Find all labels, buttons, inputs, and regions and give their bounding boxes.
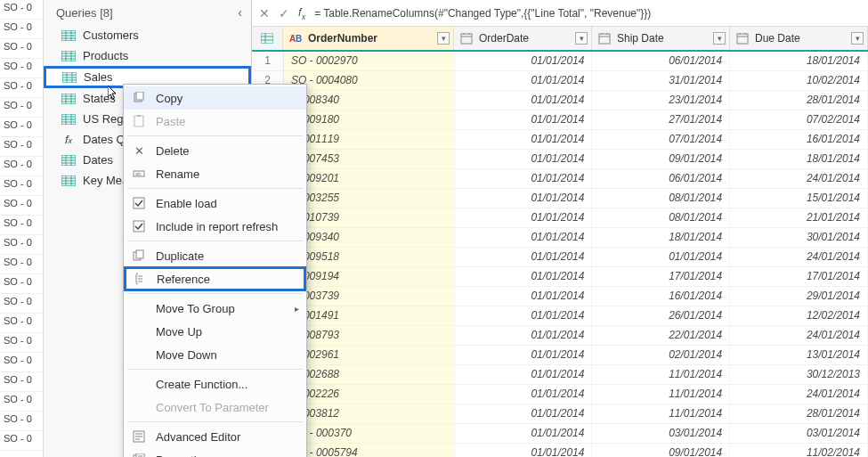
filter-dropdown-icon[interactable]: ▾	[851, 32, 864, 45]
cell-ordernumber[interactable]: - 0007453	[284, 150, 455, 168]
cell-date[interactable]: 15/01/2014	[730, 189, 868, 208]
cell-date[interactable]: 24/01/2014	[730, 326, 868, 345]
table-row[interactable]: - 000149101/01/201426/01/201412/02/2014	[252, 306, 868, 326]
cell-date[interactable]: 17/01/2014	[592, 267, 730, 286]
cell-date[interactable]: 01/01/2014	[455, 385, 593, 404]
cell-date[interactable]: 01/01/2014	[455, 267, 593, 286]
sidebar-item-products[interactable]: Products	[44, 45, 251, 66]
cell-ordernumber[interactable]: SO - 0005794	[284, 444, 455, 457]
filter-dropdown-icon[interactable]: ▾	[713, 32, 726, 45]
table-row[interactable]: - 000918001/01/201427/01/201407/02/2014	[252, 110, 868, 130]
cell-date[interactable]: 12/02/2014	[730, 306, 868, 325]
cell-date[interactable]: 11/01/2014	[592, 404, 730, 423]
cell-date[interactable]: 07/02/2014	[730, 110, 868, 129]
cell-ordernumber[interactable]: - 0009518	[284, 248, 455, 266]
cell-ordernumber[interactable]: - 0002688	[284, 365, 455, 384]
cell-date[interactable]: 28/01/2014	[730, 404, 868, 423]
cell-date[interactable]: 09/01/2014	[592, 444, 730, 457]
rownum-header-icon[interactable]	[252, 27, 283, 50]
table-row[interactable]: - 000919401/01/201417/01/201417/01/2014	[252, 267, 868, 287]
table-row[interactable]: - 000325501/01/201408/01/201415/01/2014	[252, 189, 868, 208]
cell-date[interactable]: 06/01/2014	[592, 52, 730, 70]
table-row[interactable]: - 000834001/01/201423/01/201428/01/2014	[252, 91, 868, 110]
cell-date[interactable]: 30/01/2014	[730, 228, 868, 247]
cell-date[interactable]: 01/01/2014	[455, 189, 593, 208]
cell-ordernumber[interactable]: - 0009340	[284, 228, 455, 247]
table-row[interactable]: - 000373901/01/201416/01/201429/01/2014	[252, 287, 868, 306]
menu-item-create-function[interactable]: Create Function...	[124, 372, 306, 396]
column-header-orderdate[interactable]: OrderDate▾	[454, 27, 592, 50]
table-row[interactable]: 21SO - 000579401/01/201409/01/201411/02/…	[252, 444, 868, 457]
cell-date[interactable]: 29/01/2014	[730, 287, 868, 306]
cell-ordernumber[interactable]: - 0008793	[284, 326, 455, 345]
cell-date[interactable]: 01/01/2014	[455, 248, 593, 266]
menu-item-delete[interactable]: ✕Delete	[124, 139, 306, 162]
cell-date[interactable]: 28/01/2014	[730, 91, 868, 110]
cell-date[interactable]: 01/01/2014	[455, 365, 593, 384]
cell-ordernumber[interactable]: - 0003739	[284, 287, 455, 306]
cell-ordernumber[interactable]: - 0001119	[284, 130, 455, 149]
cell-date[interactable]: 08/01/2014	[592, 189, 730, 208]
menu-item-duplicate[interactable]: Duplicate	[124, 244, 306, 267]
cell-date[interactable]: 01/01/2014	[455, 150, 593, 168]
table-row[interactable]: - 000268801/01/201411/01/201430/12/2013	[252, 365, 868, 385]
sidebar-item-customers[interactable]: Customers	[44, 25, 251, 45]
table-row[interactable]: 1SO - 000297001/01/201406/01/201418/01/2…	[252, 52, 868, 71]
fx-icon[interactable]: fx	[298, 5, 305, 21]
collapse-icon[interactable]: ‹	[238, 5, 242, 20]
cell-date[interactable]: 21/01/2014	[730, 208, 868, 227]
cell-date[interactable]: 24/01/2014	[730, 385, 868, 404]
cell-date[interactable]: 16/01/2014	[730, 130, 868, 149]
cell-date[interactable]: 01/01/2014	[455, 287, 593, 306]
column-header-ship-date[interactable]: Ship Date▾	[592, 27, 730, 50]
cell-date[interactable]: 23/01/2014	[592, 91, 730, 110]
cell-date[interactable]: 01/01/2014	[455, 306, 593, 325]
cell-ordernumber[interactable]: - 0009194	[284, 267, 455, 286]
queries-panel-header[interactable]: Queries [8] ‹	[44, 0, 251, 25]
date-type-icon[interactable]	[597, 32, 612, 45]
cell-date[interactable]: 02/01/2014	[592, 346, 730, 364]
cell-date[interactable]: 01/01/2014	[455, 130, 593, 149]
table-row[interactable]: - 000222601/01/201411/01/201424/01/2014	[252, 385, 868, 404]
cell-date[interactable]: 27/01/2014	[592, 110, 730, 129]
cell-ordernumber[interactable]: - 0002226	[284, 385, 455, 404]
row-number[interactable]: 1	[252, 52, 284, 70]
column-header-due-date[interactable]: Due Date▾	[730, 27, 868, 50]
cell-ordernumber[interactable]: - 0008340	[284, 91, 455, 110]
cell-date[interactable]: 13/01/2014	[730, 346, 868, 364]
table-row[interactable]: - 001073901/01/201408/01/201421/01/2014	[252, 208, 868, 228]
table-row[interactable]: 20SO - 00037001/01/201403/01/201403/01/2…	[252, 424, 868, 444]
table-row[interactable]: - 000951801/01/201401/01/201424/01/2014	[252, 248, 868, 267]
cell-ordernumber[interactable]: - 0009180	[284, 110, 455, 129]
cell-date[interactable]: 03/01/2014	[730, 424, 868, 443]
cell-ordernumber[interactable]: - 0002961	[284, 346, 455, 364]
table-row[interactable]: - 000111901/01/201407/01/201416/01/2014	[252, 130, 868, 150]
cell-ordernumber[interactable]: SO - 0002970	[284, 52, 455, 70]
table-row[interactable]: - 000879301/01/201422/01/201424/01/2014	[252, 326, 868, 346]
cell-date[interactable]: 01/01/2014	[455, 110, 593, 129]
formula-text[interactable]: = Table.RenameColumns(#"Changed Type",{{…	[314, 7, 651, 20]
date-type-icon[interactable]	[735, 32, 750, 45]
formula-cancel-icon[interactable]: ✕	[259, 6, 270, 20]
cell-date[interactable]: 18/01/2014	[730, 150, 868, 168]
cell-date[interactable]: 22/01/2014	[592, 326, 730, 345]
cell-date[interactable]: 18/01/2014	[730, 52, 868, 70]
cell-date[interactable]: 24/01/2014	[730, 248, 868, 266]
cell-ordernumber[interactable]: - 0009201	[284, 169, 455, 188]
cell-date[interactable]: 01/01/2014	[455, 52, 593, 70]
cell-date[interactable]: 16/01/2014	[592, 287, 730, 306]
table-row[interactable]: - 000296101/01/201402/01/201413/01/2014	[252, 346, 868, 365]
menu-item-reference[interactable]: Reference	[124, 266, 306, 291]
cell-date[interactable]: 03/01/2014	[592, 424, 730, 443]
formula-accept-icon[interactable]: ✓	[279, 6, 289, 20]
date-type-icon[interactable]	[459, 32, 474, 45]
cell-date[interactable]: 11/01/2014	[592, 365, 730, 384]
table-row[interactable]: - 000934001/01/201418/01/201430/01/2014	[252, 228, 868, 248]
cell-date[interactable]: 01/01/2014	[455, 169, 593, 188]
cell-ordernumber[interactable]: SO - 000370	[284, 424, 455, 443]
cell-date[interactable]: 01/01/2014	[455, 228, 593, 247]
column-header-ordernumber[interactable]: ABcOrderNumber▾	[283, 27, 454, 50]
cell-ordernumber[interactable]: - 0001491	[284, 306, 455, 325]
text-type-icon[interactable]: ABc	[288, 32, 303, 45]
cell-ordernumber[interactable]: SO - 0004080	[284, 71, 455, 90]
